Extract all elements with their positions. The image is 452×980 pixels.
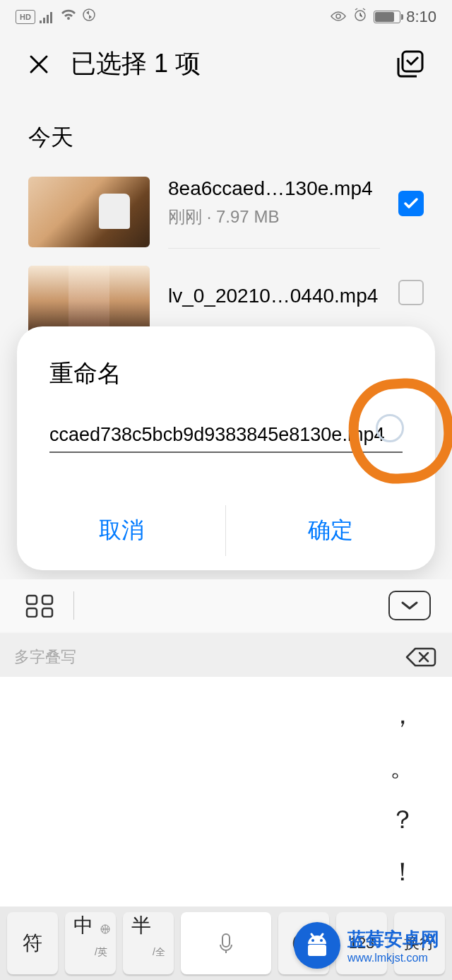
signal-icon xyxy=(40,11,55,23)
rename-dialog: 重命名 取消 确定 xyxy=(17,326,435,570)
apps-icon[interactable] xyxy=(21,591,59,620)
status-time: 8:10 xyxy=(406,8,436,26)
select-all-icon[interactable] xyxy=(396,49,425,79)
section-today: 今天 xyxy=(0,101,452,166)
alarm-icon xyxy=(352,7,368,27)
svg-point-13 xyxy=(320,939,323,942)
video-thumbnail xyxy=(28,266,150,336)
watermark-title: 蓝莓安卓网 xyxy=(347,927,439,952)
space-key[interactable] xyxy=(181,912,271,974)
svg-rect-7 xyxy=(42,608,52,617)
collapse-keyboard-icon[interactable] xyxy=(388,591,431,620)
file-meta: 刚刚 · 7.97 MB xyxy=(168,206,380,228)
punct-comma[interactable]: ， xyxy=(381,698,424,733)
dialog-title: 重命名 xyxy=(17,358,435,418)
cancel-button[interactable]: 取消 xyxy=(17,491,226,570)
svg-rect-4 xyxy=(27,596,37,604)
backspace-icon[interactable] xyxy=(404,644,438,670)
watermark-logo-icon xyxy=(294,922,340,969)
page-title: 已选择 1 项 xyxy=(71,47,201,81)
svg-rect-14 xyxy=(308,945,326,956)
handwriting-hint: 多字叠写 xyxy=(14,647,76,668)
svg-rect-6 xyxy=(27,608,37,617)
handwriting-area[interactable]: ， 。 ？ ！ xyxy=(0,677,452,907)
sync-icon xyxy=(82,8,96,26)
divider xyxy=(73,591,74,620)
selection-header: 已选择 1 项 xyxy=(0,33,452,101)
symbol-key[interactable]: 符 xyxy=(7,912,58,974)
filename-input[interactable] xyxy=(49,418,403,453)
confirm-button[interactable]: 确定 xyxy=(226,491,435,570)
file-checkbox[interactable] xyxy=(398,280,424,305)
svg-point-12 xyxy=(311,939,314,942)
ime-toolbar xyxy=(0,579,452,632)
battery-icon xyxy=(374,11,400,23)
file-checkbox[interactable] xyxy=(398,191,424,216)
video-thumbnail xyxy=(28,177,150,247)
file-name: 8ea6ccaed…130e.mp4 xyxy=(168,177,380,200)
file-row[interactable]: 8ea6ccaed…130e.mp4 刚刚 · 7.97 MB xyxy=(0,166,452,257)
svg-point-1 xyxy=(336,14,340,18)
eye-icon xyxy=(330,8,347,26)
ime-candidate-bar: 多字叠写 xyxy=(0,633,452,681)
text-cursor-handle[interactable] xyxy=(376,414,404,442)
globe-icon xyxy=(100,916,110,926)
watermark: 蓝莓安卓网 www.lmkjst.com xyxy=(294,922,439,969)
file-name: lv_0_20210…0440.mp4 xyxy=(168,285,380,307)
close-icon[interactable] xyxy=(27,52,51,76)
punct-question[interactable]: ？ xyxy=(381,803,424,837)
watermark-url: www.lmkjst.com xyxy=(347,952,428,964)
hd-badge: HD xyxy=(16,10,35,24)
punct-period[interactable]: 。 xyxy=(381,750,424,785)
language-key[interactable]: 中/英 xyxy=(65,912,116,974)
status-bar: HD 8:10 xyxy=(0,0,452,33)
halfwidth-key[interactable]: 半/全 xyxy=(123,912,174,974)
svg-rect-5 xyxy=(42,596,52,604)
wifi-icon xyxy=(59,8,78,26)
punct-exclaim[interactable]: ！ xyxy=(381,855,424,890)
